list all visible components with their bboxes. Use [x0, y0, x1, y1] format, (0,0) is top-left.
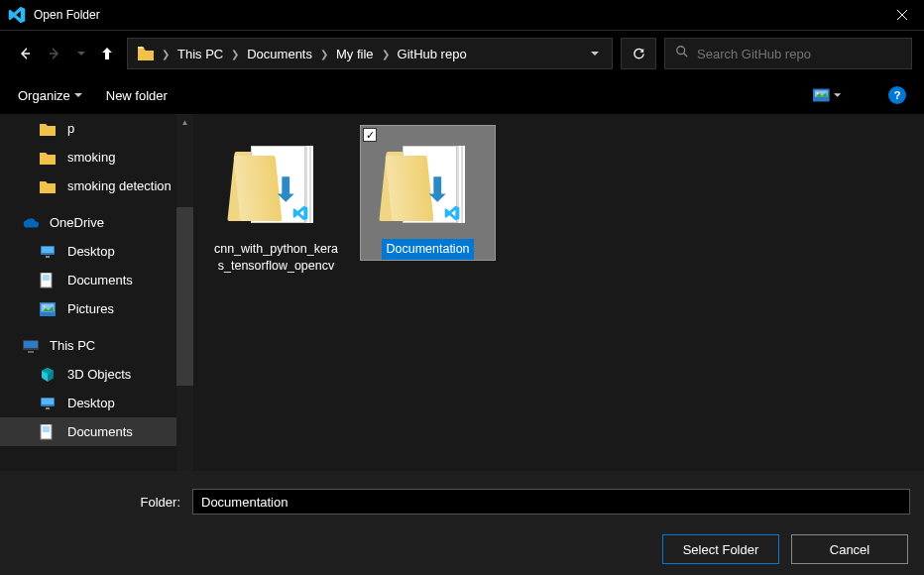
folder-input[interactable] — [192, 489, 910, 515]
breadcrumb-item[interactable]: Documents — [243, 45, 316, 63]
footer: Folder: Select Folder Cancel — [0, 471, 924, 575]
search-box[interactable] — [664, 38, 912, 69]
history-dropdown[interactable] — [584, 45, 606, 62]
folder-item[interactable]: ⬇ cnn_with_python_keras_tensorflow_openc… — [209, 126, 343, 277]
search-input[interactable] — [697, 47, 901, 61]
svg-point-16 — [44, 305, 46, 307]
folder-icon: ⬇ — [227, 134, 326, 233]
tree-label: p — [67, 121, 74, 136]
navbar: ❯ This PC ❯ Documents ❯ My file ❯ GitHub… — [0, 31, 924, 76]
breadcrumb-item[interactable]: GitHub repo — [394, 45, 471, 63]
chevron-right-icon[interactable]: ❯ — [318, 49, 330, 59]
tree-item[interactable]: Desktop — [0, 237, 176, 266]
tree-label: smoking — [67, 150, 115, 165]
back-button[interactable] — [12, 42, 36, 65]
refresh-button[interactable] — [621, 38, 656, 69]
breadcrumb[interactable]: ❯ This PC ❯ Documents ❯ My file ❯ GitHub… — [127, 38, 613, 69]
folder-icon: ⬇ — [379, 134, 478, 233]
3d-icon — [40, 366, 58, 384]
content-area: p smoking smoking detection OneDrive — [0, 114, 924, 471]
help-button[interactable]: ? — [888, 86, 906, 104]
folder-item-selected[interactable]: ✓ ⬇ Documentation — [361, 126, 495, 260]
svg-line-3 — [684, 54, 688, 58]
cancel-button[interactable]: Cancel — [791, 534, 908, 564]
svg-rect-18 — [24, 341, 38, 348]
tree-label: This PC — [50, 338, 95, 353]
folder-icon — [40, 120, 58, 138]
breadcrumb-item[interactable]: This PC — [173, 45, 227, 63]
svg-point-6 — [817, 92, 819, 94]
vscode-icon — [8, 6, 26, 24]
tree-item-active[interactable]: Documents — [0, 417, 176, 446]
tree-label: Desktop — [67, 396, 115, 410]
window-title: Open Folder — [34, 8, 879, 22]
svg-rect-9 — [46, 256, 50, 258]
tree-item[interactable]: Pictures — [0, 294, 176, 323]
tree-label: smoking detection — [67, 178, 172, 193]
search-icon — [675, 45, 689, 62]
tree-label: Pictures — [67, 301, 114, 316]
tree-item[interactable]: p — [0, 114, 176, 143]
close-button[interactable] — [879, 0, 924, 30]
folder-icon — [40, 177, 58, 195]
sidebar: p smoking smoking detection OneDrive — [0, 114, 193, 471]
folder-label: Folder: — [12, 495, 180, 510]
documents-icon — [40, 272, 58, 289]
onedrive-icon — [22, 214, 40, 232]
file-label: cnn_with_python_keras_tensorflow_opencv — [209, 239, 343, 277]
toolbar: Organize New folder ? — [0, 76, 924, 114]
monitor-icon — [40, 395, 58, 412]
files-pane[interactable]: ⬇ cnn_with_python_keras_tensorflow_openc… — [193, 114, 924, 471]
tree-item[interactable]: smoking — [0, 143, 176, 172]
sidebar-scrollbar[interactable]: ▲ — [176, 114, 193, 471]
tree-label: Documents — [67, 273, 133, 288]
forward-button[interactable] — [44, 42, 67, 65]
tree-label: OneDrive — [50, 215, 104, 230]
svg-rect-22 — [46, 407, 50, 409]
up-button[interactable] — [95, 42, 119, 65]
monitor-icon — [40, 243, 58, 261]
tree-label: 3D Objects — [67, 367, 131, 382]
folder-icon[interactable] — [134, 45, 158, 62]
svg-rect-21 — [42, 399, 54, 404]
new-folder-button[interactable]: New folder — [106, 88, 168, 103]
checkbox-icon[interactable]: ✓ — [363, 128, 377, 142]
tree-label: Documents — [67, 424, 133, 439]
select-folder-button[interactable]: Select Folder — [662, 534, 779, 564]
file-label: Documentation — [382, 239, 473, 260]
svg-rect-8 — [42, 247, 54, 253]
chevron-right-icon[interactable]: ❯ — [160, 49, 172, 59]
tree-item[interactable]: smoking detection — [0, 172, 176, 200]
chevron-right-icon[interactable]: ❯ — [380, 49, 392, 59]
tree-item[interactable]: Documents — [0, 266, 176, 294]
tree-label: Desktop — [67, 244, 115, 259]
tree-item[interactable]: 3D Objects — [0, 360, 176, 389]
view-button[interactable] — [813, 85, 841, 105]
recent-dropdown[interactable] — [75, 42, 87, 65]
tree-item[interactable]: Desktop — [0, 389, 176, 417]
documents-icon — [40, 423, 58, 441]
chevron-right-icon[interactable]: ❯ — [229, 49, 241, 59]
thispc-icon — [22, 337, 40, 355]
scroll-up-icon[interactable]: ▲ — [176, 114, 193, 130]
scrollbar-thumb[interactable] — [176, 207, 193, 386]
pictures-icon — [40, 300, 58, 318]
titlebar: Open Folder — [0, 0, 924, 31]
tree-thispc[interactable]: This PC — [0, 331, 176, 360]
organize-button[interactable]: Organize — [18, 88, 82, 103]
svg-point-2 — [677, 47, 685, 55]
breadcrumb-item[interactable]: My file — [332, 45, 378, 63]
svg-rect-19 — [28, 351, 34, 353]
folder-icon — [40, 149, 58, 167]
tree-onedrive[interactable]: OneDrive — [0, 208, 176, 237]
